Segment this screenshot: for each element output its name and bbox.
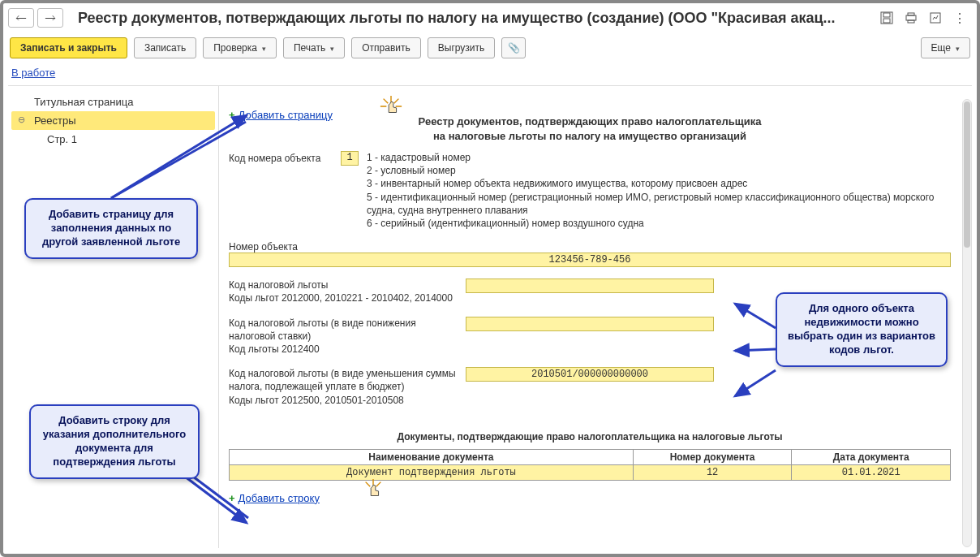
code-opt-3: 3 - инвентарный номер объекта недвижимог… xyxy=(367,177,951,190)
tax-code-1-sub: Коды льгот 2012000, 2010221 - 2010402, 2… xyxy=(229,291,456,304)
tax-code-1-title: Код налоговой льготы xyxy=(229,278,456,291)
callout-add-row: Добавить строку для указания дополнитель… xyxy=(29,404,200,479)
kebab-icon[interactable]: ⋮ xyxy=(952,11,967,25)
content-scrollbar[interactable] xyxy=(962,99,972,547)
svg-line-9 xyxy=(394,99,399,104)
check-button-label: Проверка xyxy=(213,42,257,54)
docs-cell-num[interactable]: 12 xyxy=(633,464,792,480)
export-button[interactable]: Выгрузить xyxy=(428,37,496,58)
docs-table: Наименование документа Номер документа Д… xyxy=(229,449,951,481)
sidebar-item-page1[interactable]: Стр. 1 xyxy=(11,130,215,149)
cursor-hand-icon xyxy=(379,94,403,121)
code-options: 1 - кадастровый номер 2 - условный номер… xyxy=(367,151,951,230)
doc-heading-line2: на налоговые льготы по налогу на имущест… xyxy=(229,129,951,144)
callout-variants: Для одного объекта недвижимости можно вы… xyxy=(776,292,948,367)
table-row[interactable]: Документ подтверждения льготы 12 01.01.2… xyxy=(230,464,951,480)
docs-col-num: Номер документа xyxy=(633,449,792,464)
attach-button[interactable]: 📎 xyxy=(501,37,526,58)
add-page-link-label: Добавить страницу xyxy=(239,109,333,121)
report-icon[interactable] xyxy=(928,11,943,25)
svg-line-8 xyxy=(384,99,389,104)
more-button-label: Еще xyxy=(931,42,951,54)
code-opt-2: 2 - условный номер xyxy=(367,164,951,177)
docs-cell-name[interactable]: Документ подтверждения льготы xyxy=(230,464,634,480)
svg-rect-0 xyxy=(881,12,892,24)
add-row-link-label: Добавить строку xyxy=(239,492,320,504)
sidebar-item-reestry[interactable]: Реестры xyxy=(11,111,215,130)
svg-rect-4 xyxy=(908,13,914,15)
docs-cell-date[interactable]: 01.01.2021 xyxy=(792,464,951,480)
print-icon[interactable] xyxy=(904,11,918,25)
print-button[interactable]: Печать xyxy=(283,37,345,58)
svg-rect-2 xyxy=(883,19,890,23)
code-opt-1: 1 - кадастровый номер xyxy=(367,151,951,164)
tax-code-3-input[interactable]: 2010501/000000000000 xyxy=(466,367,714,382)
code-opt-6: 6 - серийный (идентификационный) номер в… xyxy=(367,217,951,230)
save-button[interactable]: Записать xyxy=(134,37,196,58)
tax-code-2-title: Код налоговой льготы (в виде понижения н… xyxy=(229,317,456,343)
svg-line-13 xyxy=(366,481,371,486)
code-opt-5: 5 - идентификационный номер (регистрацио… xyxy=(367,191,951,217)
tax-code-3-title: Код налоговой льготы (в виде уменьшения … xyxy=(229,367,456,393)
tax-code-3-sub: Коды льгот 2012500, 2010501-2010508 xyxy=(229,394,456,407)
docs-col-date: Дата документа xyxy=(792,449,951,464)
save-close-button[interactable]: Записать и закрыть xyxy=(10,37,127,58)
nav-forward-button[interactable]: 🡒 xyxy=(37,8,63,28)
disk-icon[interactable] xyxy=(879,11,894,25)
code-number-input[interactable]: 1 xyxy=(341,151,359,166)
add-page-link[interactable]: + Добавить страницу xyxy=(229,109,333,121)
sidebar-item-titlepage[interactable]: Титульная страница xyxy=(11,93,215,111)
status-link[interactable]: В работе xyxy=(11,67,55,79)
send-button[interactable]: Отправить xyxy=(351,37,421,58)
nav-back-button[interactable]: 🡐 xyxy=(8,8,34,28)
svg-rect-1 xyxy=(883,13,890,17)
object-number-label: Номер объекта xyxy=(229,241,951,253)
tax-code-2-input[interactable] xyxy=(466,317,714,331)
tax-code-1-input[interactable] xyxy=(466,278,714,293)
tax-code-2-sub: Код льготы 2012400 xyxy=(229,343,456,356)
paperclip-icon: 📎 xyxy=(508,42,520,54)
svg-rect-5 xyxy=(908,20,914,23)
add-row-link[interactable]: + Добавить строку xyxy=(229,492,320,504)
plus-icon: + xyxy=(229,109,235,121)
doc-heading-line1: Реестр документов, подтверждающих право … xyxy=(229,114,951,129)
code-number-label: Код номера объекта xyxy=(229,151,333,164)
plus-icon: + xyxy=(229,492,235,504)
docs-col-name: Наименование документа xyxy=(230,449,634,464)
callout-add-page: Добавить страницу для заполнения данных … xyxy=(24,198,198,259)
svg-rect-3 xyxy=(906,15,916,20)
check-button[interactable]: Проверка xyxy=(203,37,277,58)
print-button-label: Печать xyxy=(294,42,325,54)
cursor-hand-icon xyxy=(361,477,385,504)
object-number-input[interactable]: 123456-789-456 xyxy=(229,253,951,267)
more-button[interactable]: Еще xyxy=(921,37,970,58)
svg-line-14 xyxy=(376,481,381,486)
window-title: Реестр документов, потверждающих льготы … xyxy=(78,10,879,27)
docs-heading: Документы, подтверждающие право налогопл… xyxy=(229,431,951,443)
